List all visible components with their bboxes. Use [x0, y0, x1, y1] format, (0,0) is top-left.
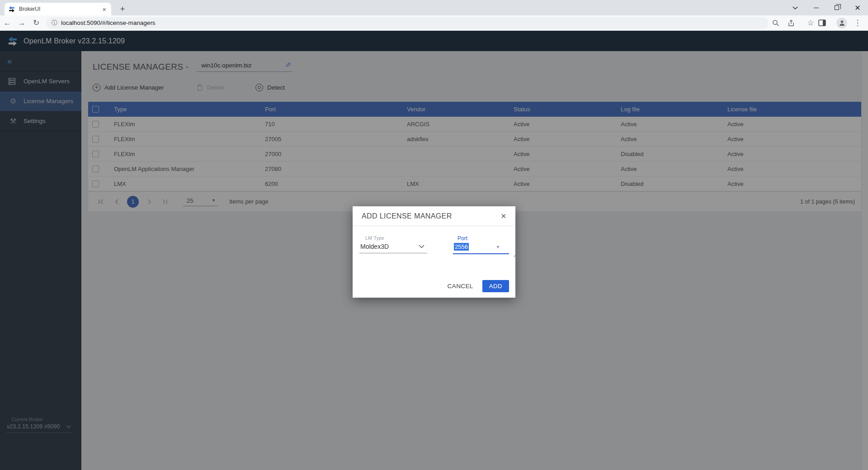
url-bar[interactable]: ⓘ localhost:5090/#/license-managers [46, 17, 769, 29]
dialog-body: LM Type Moldex3D Port 2556 ▼ ▲ [353, 226, 515, 278]
tab-title: BrokerUI [19, 6, 101, 12]
port-dropdown-arrow-icon[interactable]: ▼ [496, 245, 500, 249]
reload-icon[interactable]: ↻ [29, 18, 43, 28]
screen: BrokerUI × + ✕ ← → ↻ ⓘ localhost:5090/#/… [0, 0, 868, 470]
new-tab-button[interactable]: + [117, 4, 128, 15]
profile-avatar[interactable] [836, 18, 847, 28]
dialog-footer: CANCEL ADD [443, 280, 509, 292]
dialog-header: ADD LICENSE MANAGER ✕ [353, 206, 515, 226]
tab-close-icon[interactable]: × [101, 5, 108, 13]
nav-right-icons: ☆ ⋮ [772, 18, 865, 28]
add-license-manager-dialog: ADD LICENSE MANAGER ✕ LM Type Moldex3D P… [353, 206, 515, 298]
window-controls: ✕ [785, 0, 868, 15]
port-spinner-up-icon[interactable]: ▲ [513, 253, 517, 258]
site-info-icon[interactable]: ⓘ [52, 19, 57, 27]
url-text[interactable]: localhost:5090/#/license-managers [61, 19, 156, 26]
browser-tab[interactable]: BrokerUI × [5, 3, 111, 15]
share-icon[interactable] [788, 19, 803, 27]
lm-type-label: LM Type [365, 235, 427, 242]
port-input-value[interactable]: 2556 [454, 243, 469, 251]
cancel-button[interactable]: CANCEL [443, 280, 478, 292]
browser-nav-bar: ← → ↻ ⓘ localhost:5090/#/license-manager… [0, 15, 868, 31]
lm-type-select[interactable]: LM Type Moldex3D [359, 235, 427, 253]
back-icon[interactable]: ← [0, 19, 14, 28]
port-field[interactable]: Port 2556 ▼ ▲ [453, 235, 509, 254]
window-menu-chevron-icon[interactable] [785, 0, 806, 15]
chevron-down-icon [419, 245, 425, 248]
zoom-icon[interactable] [772, 19, 788, 27]
dialog-title: ADD LICENSE MANAGER [362, 212, 499, 220]
window-restore-button[interactable] [826, 0, 847, 15]
bookmark-star-icon[interactable]: ☆ [803, 18, 818, 28]
browser-menu-icon[interactable]: ⋮ [850, 18, 865, 28]
add-button[interactable]: ADD [482, 280, 509, 292]
lm-type-value: Moldex3D [360, 243, 389, 250]
side-panel-icon[interactable] [818, 19, 834, 26]
window-close-button[interactable]: ✕ [847, 0, 868, 15]
browser-tab-strip: BrokerUI × + ✕ [0, 0, 868, 15]
window-minimize-button[interactable] [806, 0, 826, 15]
forward-icon[interactable]: → [14, 19, 29, 28]
openlm-favicon-icon [8, 5, 15, 13]
port-label: Port [458, 235, 509, 242]
dialog-close-icon[interactable]: ✕ [499, 211, 508, 221]
